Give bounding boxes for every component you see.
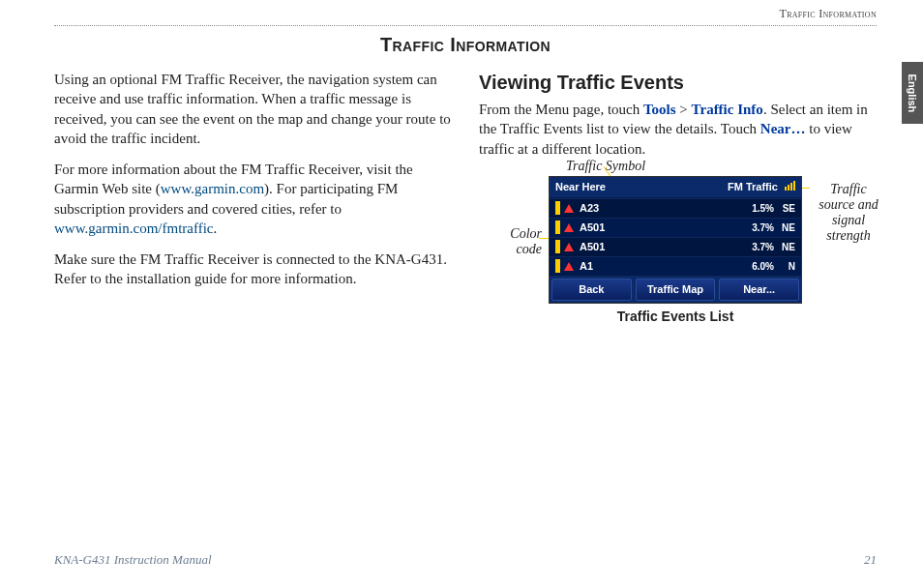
traffic-map-button[interactable]: Traffic Map xyxy=(636,279,716,301)
road-name: A501 xyxy=(580,240,752,254)
direction: N xyxy=(778,260,795,274)
annotation-signal: Traffic source and signal strength xyxy=(815,182,882,244)
device-footer: Back Traffic Map Near... xyxy=(550,276,801,303)
color-code-bar xyxy=(555,259,560,273)
right-column: Viewing Traffic Events From the Menu pag… xyxy=(479,70,877,325)
info-paragraph: For more information about the FM Traffi… xyxy=(54,160,452,238)
color-code-bar xyxy=(555,240,560,253)
distance: 6.0% xyxy=(752,260,774,274)
distance: 1.5% xyxy=(752,202,774,216)
language-tab: English xyxy=(902,62,923,124)
direction: NE xyxy=(778,241,795,254)
instructions-paragraph: From the Menu page, touch Tools > Traffi… xyxy=(479,100,877,159)
road-name: A501 xyxy=(580,220,752,235)
back-button[interactable]: Back xyxy=(551,279,632,301)
annotation-color-code: Color code xyxy=(489,226,542,257)
traffic-row[interactable]: A501 3.7% NE xyxy=(550,218,801,237)
section-heading: Viewing Traffic Events xyxy=(479,70,877,96)
device-header: Near Here FM Traffic xyxy=(550,177,801,198)
road-name: A1 xyxy=(580,259,752,274)
road-name: A23 xyxy=(580,201,752,216)
page-title: Traffic Information xyxy=(54,32,877,58)
figure: Traffic Symbol Color code Traffic source… xyxy=(479,176,877,326)
link-fmtraffic[interactable]: www.garmin.com/fmtraffic xyxy=(54,220,214,236)
touch-tools: Tools xyxy=(643,102,676,117)
distance: 3.7% xyxy=(752,241,774,254)
traffic-symbol-icon xyxy=(564,223,574,232)
device-rows: A23 1.5% SE A501 3.7% NE xyxy=(550,198,801,276)
touch-near: Near… xyxy=(760,121,806,136)
near-button[interactable]: Near... xyxy=(719,279,799,301)
footer-page-number: 21 xyxy=(864,551,877,569)
distance: 3.7% xyxy=(752,221,774,235)
touch-traffic-info: Traffic Info xyxy=(692,102,763,117)
device-header-right: FM Traffic xyxy=(728,180,795,194)
color-code-bar xyxy=(555,220,560,234)
left-column: Using an optional FM Traffic Receiver, t… xyxy=(54,70,452,325)
traffic-row[interactable]: A1 6.0% N xyxy=(550,256,801,276)
figure-caption: Traffic Events List xyxy=(549,308,802,326)
direction: SE xyxy=(778,202,795,216)
traffic-row[interactable]: A23 1.5% SE xyxy=(550,198,801,218)
page-footer: KNA-G431 Instruction Manual 21 xyxy=(54,551,877,569)
footer-manual-name: KNA-G431 Instruction Manual xyxy=(54,551,212,569)
traffic-symbol-icon xyxy=(564,204,574,213)
device-screenshot: Near Here FM Traffic A23 xyxy=(549,176,802,304)
intro-paragraph: Using an optional FM Traffic Receiver, t… xyxy=(54,70,452,148)
language-tab-label: English xyxy=(906,74,920,112)
top-rule xyxy=(54,25,877,26)
color-code-bar xyxy=(555,201,560,215)
direction: NE xyxy=(778,221,795,235)
running-head: Traffic Information xyxy=(54,6,877,21)
traffic-symbol-icon xyxy=(564,262,574,271)
device-header-left: Near Here xyxy=(555,180,606,194)
traffic-symbol-icon xyxy=(564,243,574,251)
signal-strength-icon xyxy=(785,181,795,191)
connect-paragraph: Make sure the FM Traffic Receiver is con… xyxy=(54,250,452,289)
traffic-row[interactable]: A501 3.7% NE xyxy=(550,237,801,256)
link-garmin[interactable]: www.garmin.com xyxy=(161,181,264,196)
